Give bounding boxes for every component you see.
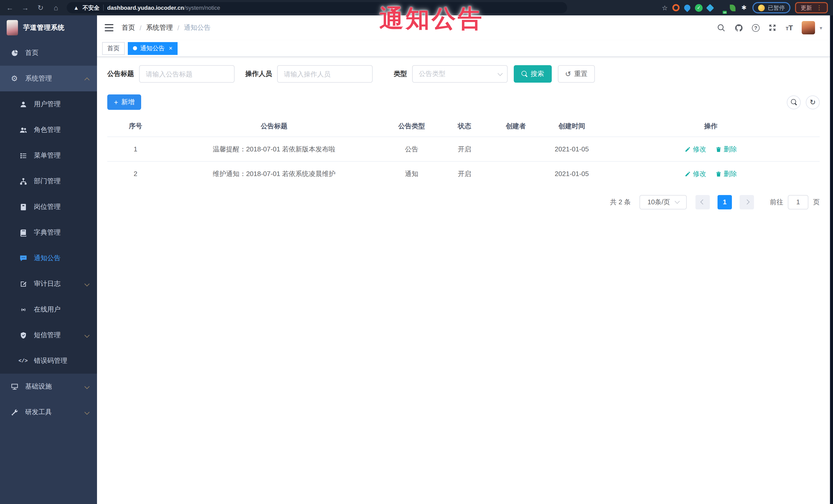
edit-link[interactable]: 修改 (685, 144, 706, 154)
green-leaf-extension-icon[interactable] (730, 4, 736, 11)
sidebar-item-dict[interactable]: 字典管理 (0, 220, 97, 245)
sidebar-item-notice[interactable]: 通知公告 (0, 245, 97, 271)
delete-link[interactable]: 删除 (715, 169, 737, 178)
prev-page-button[interactable] (695, 195, 710, 209)
font-size-icon[interactable]: TT (786, 23, 793, 32)
blue-drop-extension-icon[interactable] (683, 3, 692, 12)
toolbar-right: ↻ (787, 95, 820, 109)
reload-icon[interactable]: ↻ (36, 4, 45, 12)
current-page[interactable]: 1 (717, 195, 732, 209)
chevron-down-icon (674, 199, 680, 204)
sidebar-item-dept[interactable]: 部门管理 (0, 168, 97, 194)
search-icon[interactable] (717, 23, 726, 32)
sidebar-item-system[interactable]: ⚙系统管理 (0, 66, 97, 91)
breadcrumb-item[interactable]: 系统管理 (146, 23, 173, 32)
green-check-extension-icon[interactable]: ✓ (695, 4, 703, 11)
sidebar-item-online-user[interactable]: 在线用户 (0, 297, 97, 322)
reset-refresh-icon: ↺ (565, 70, 571, 77)
sidebar-item-label: 字典管理 (34, 228, 61, 237)
sidebar-item-label: 岗位管理 (34, 202, 61, 212)
home-icon[interactable]: ⌂ (51, 4, 61, 12)
dashboard-icon (10, 49, 19, 57)
cell-no: 1 (107, 137, 164, 162)
sidebar-item-sms[interactable]: 短信管理 (0, 322, 97, 348)
not-secure-warning-icon: ▲ (73, 5, 79, 11)
address-bar[interactable]: ▲ 不安全 dashboard.yudao.iocoder.cn/system/… (67, 2, 567, 13)
cell-type: 公告 (384, 137, 439, 162)
filter-operator-input[interactable] (277, 65, 373, 82)
cell-operations: 修改删除 (602, 137, 820, 162)
tab-home[interactable]: 首页 (102, 42, 125, 55)
page-unit-label: 页 (813, 197, 820, 207)
breadcrumb-item[interactable]: 首页 (122, 23, 135, 32)
filter-title-input[interactable] (139, 65, 235, 82)
pagination: 共 2 条 10条/页 1 前往 页 (107, 195, 820, 209)
column-header: 公告标题 (164, 116, 384, 137)
sidebar-item-role[interactable]: 角色管理 (0, 117, 97, 143)
app-window: 芋道管理系统 首页⚙系统管理用户管理角色管理菜单管理部门管理岗位管理字典管理通知… (0, 16, 830, 504)
chevron-right-icon (744, 199, 749, 205)
help-icon[interactable]: ? (752, 24, 760, 31)
toggle-search-button[interactable] (787, 95, 801, 109)
avatar[interactable] (802, 21, 815, 34)
stack-extension-icon[interactable]: on (717, 4, 725, 11)
column-header: 创建时间 (542, 116, 602, 137)
sidebar-item-label: 通知公告 (34, 254, 61, 263)
next-page-button[interactable] (740, 195, 754, 209)
delete-link[interactable]: 删除 (715, 144, 737, 154)
chevron-up-icon (85, 75, 89, 82)
collapse-sidebar-icon[interactable] (105, 24, 114, 31)
reset-button[interactable]: ↺ 重置 (558, 65, 595, 82)
page-size-select[interactable]: 10条/页 (640, 195, 687, 209)
page-content: 公告标题 操作人员 类型 公告类型 搜索 ↺ 重置 (97, 57, 830, 504)
shield-icon (19, 331, 27, 339)
log-icon (19, 280, 27, 288)
browser-actions: ☆ ✓on✱ 已暂停 更新 ⋮ (662, 2, 828, 13)
fullscreen-icon[interactable] (768, 23, 777, 32)
refresh-table-button[interactable]: ↻ (806, 95, 820, 109)
update-browser-button[interactable]: 更新 ⋮ (795, 2, 828, 13)
bookmark-star-icon[interactable]: ☆ (662, 4, 668, 11)
column-header: 序号 (107, 116, 164, 137)
back-icon[interactable]: ← (5, 4, 15, 12)
badge-icon (19, 203, 27, 211)
sidebar-item-post[interactable]: 岗位管理 (0, 194, 97, 220)
filter-type-select[interactable]: 公告类型 (412, 65, 507, 82)
tab-notice[interactable]: 通知公告× (128, 42, 177, 55)
browser-menu-icon[interactable]: ⋮ (816, 4, 822, 11)
message-icon (19, 254, 27, 262)
breadcrumb-separator: / (177, 24, 179, 31)
search-button[interactable]: 搜索 (514, 65, 552, 82)
add-button[interactable]: + 新增 (107, 94, 141, 110)
user-icon (19, 100, 27, 108)
screen: ← → ↻ ⌂ ▲ 不安全 dashboard.yudao.iocoder.cn… (0, 0, 833, 504)
avatar-caret-icon[interactable]: ▾ (820, 25, 822, 30)
sidebar-item-infra[interactable]: 基础设施 (0, 374, 97, 399)
github-icon[interactable] (735, 23, 743, 32)
update-label: 更新 (801, 4, 812, 11)
breadcrumb-item: 通知公告 (184, 23, 211, 32)
orange-ring-extension-icon[interactable] (672, 4, 680, 11)
paused-extension-pill[interactable]: 已暂停 (753, 2, 790, 13)
sidebar-item-error-code[interactable]: </>错误码管理 (0, 348, 97, 374)
blue-gem-extension-icon[interactable] (706, 4, 714, 11)
main-area: 首页/系统管理/通知公告 ? TT ▾ 首页通知公告× 公告标题 操作人员 (97, 16, 830, 504)
edit-link[interactable]: 修改 (685, 169, 706, 178)
forward-icon[interactable]: → (21, 4, 30, 12)
sidebar-logo-row[interactable]: 芋道管理系统 (0, 16, 97, 40)
sidebar-item-user[interactable]: 用户管理 (0, 91, 97, 117)
sidebar-item-home[interactable]: 首页 (0, 40, 97, 66)
close-icon[interactable]: × (169, 45, 172, 51)
goto-page-input[interactable] (788, 195, 808, 209)
book-icon (19, 229, 27, 236)
tab-label: 首页 (107, 44, 120, 53)
users-icon (19, 126, 27, 134)
sidebar-item-menu[interactable]: 菜单管理 (0, 143, 97, 168)
table-row: 2维护通知：2018-07-01 若依系统凌晨维护通知开启2021-01-05修… (107, 162, 820, 186)
column-header: 创建者 (490, 116, 542, 137)
sidebar-item-audit-log[interactable]: 审计日志 (0, 271, 97, 297)
chevron-left-icon (700, 199, 705, 205)
sidebar-item-label: 系统管理 (25, 74, 52, 83)
white-paw-extension-icon[interactable]: ✱ (740, 4, 748, 11)
sidebar-item-dev-tools[interactable]: 研发工具 (0, 399, 97, 425)
